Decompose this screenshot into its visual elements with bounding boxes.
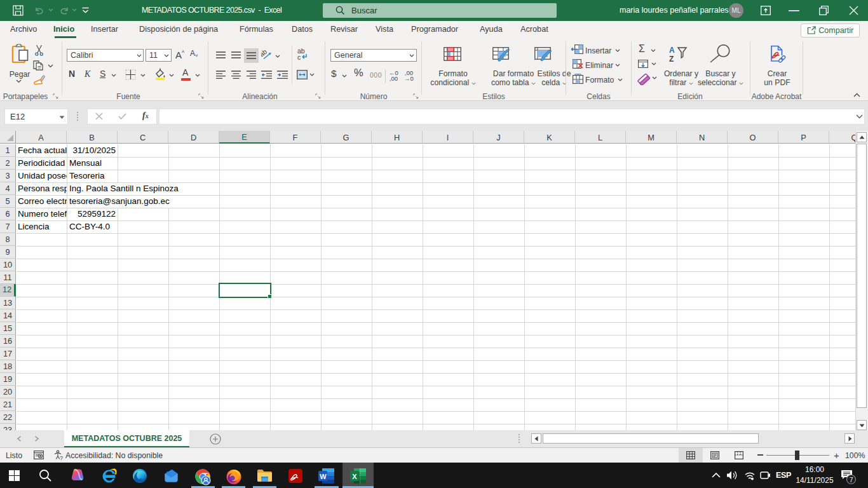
svg-text:7: 7: [850, 476, 853, 484]
svg-text:c: c: [297, 53, 301, 60]
svg-text:Z: Z: [669, 55, 674, 62]
svg-text:?: ?: [60, 455, 63, 461]
svg-text:ab: ab: [261, 49, 268, 58]
svg-text:A: A: [669, 46, 675, 55]
svg-text:X: X: [352, 473, 357, 480]
svg-text:W: W: [320, 473, 327, 480]
